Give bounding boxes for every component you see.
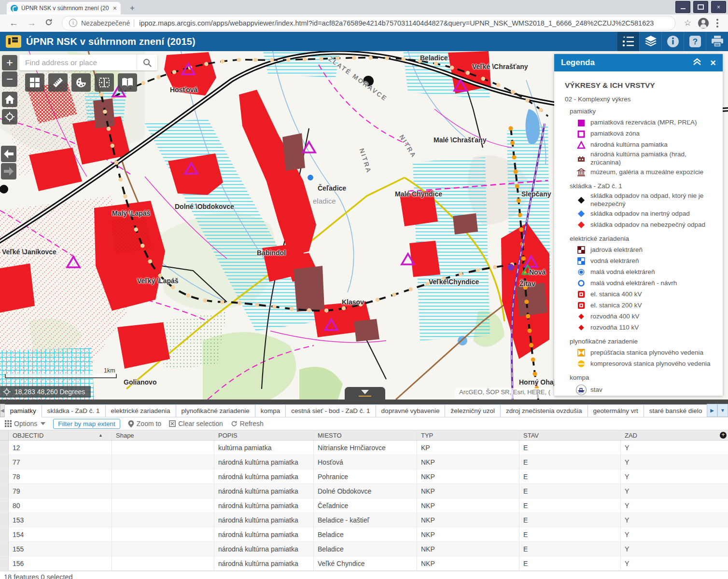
- table-tab[interactable]: železničný uzol: [445, 404, 501, 417]
- svg-text:?: ?: [692, 37, 697, 46]
- forward-button[interactable]: →: [27, 18, 36, 28]
- column-objectid[interactable]: OBJECTID▲: [9, 430, 112, 440]
- legend-header[interactable]: Legenda ×: [554, 54, 723, 71]
- station-200kv-icon: [576, 301, 586, 310]
- row-selector[interactable]: [0, 441, 9, 455]
- legend-group: plynofikačné zariadenie: [570, 338, 716, 345]
- row-selector[interactable]: [0, 484, 9, 498]
- table-row[interactable]: 78národná kultúrna pamiatkaPohraniceNKPE…: [0, 469, 728, 484]
- reload-button[interactable]: [45, 18, 53, 28]
- zoom-to-button[interactable]: Zoom to: [128, 420, 161, 427]
- address-bar[interactable]: i Nezabezpečené ippoz.maps.arcgis.com/ap…: [62, 16, 675, 30]
- swipe-button[interactable]: [95, 73, 114, 92]
- row-selector[interactable]: [0, 556, 9, 570]
- options-button[interactable]: Options: [5, 420, 45, 427]
- row-selector[interactable]: [0, 527, 9, 541]
- app-title: ÚPNR NSK v súhrnnom znení (2015): [26, 36, 196, 47]
- column-shape[interactable]: Shape: [112, 430, 214, 440]
- browser-tab[interactable]: ÚPNR NSK v súhrnnom znení (20 ×: [7, 2, 121, 14]
- search-icon[interactable]: [137, 55, 157, 70]
- collapse-icon[interactable]: [693, 58, 701, 68]
- filter-by-extent-button[interactable]: Filter by map extent: [53, 419, 120, 429]
- table-row[interactable]: 154národná kultúrna pamiatkaBeladiceNKPE…: [0, 527, 728, 542]
- table-row[interactable]: 77národná kultúrna pamiatkaHosťováNKPEY: [0, 455, 728, 469]
- close-icon[interactable]: ×: [710, 57, 716, 69]
- back-button[interactable]: ←: [9, 18, 18, 28]
- column-typ[interactable]: TYP: [417, 430, 519, 440]
- legend-widget-button[interactable]: [617, 32, 639, 51]
- table-toolbar: Options Filter by map extent Zoom to Cle…: [0, 417, 728, 430]
- table-row[interactable]: 153národná kultúrna pamiatkaBeladice - k…: [0, 513, 728, 527]
- home-button[interactable]: [2, 92, 17, 107]
- table-tab[interactable]: skládka - ZaD č. 1: [42, 404, 106, 417]
- table-tab[interactable]: geotermálny vrt: [588, 404, 644, 417]
- next-extent-button[interactable]: [1, 163, 16, 179]
- previous-extent-button[interactable]: [1, 146, 16, 162]
- row-selector[interactable]: [0, 469, 9, 483]
- draw-button[interactable]: [71, 73, 91, 92]
- layers-widget-button[interactable]: [639, 32, 661, 51]
- diamond-red-small-icon: [576, 312, 586, 321]
- new-tab-button[interactable]: +: [126, 3, 138, 14]
- window-close-button[interactable]: ×: [711, 1, 726, 13]
- zoom-in-button[interactable]: +: [2, 55, 17, 70]
- bookmark-star-icon[interactable]: ☆: [684, 18, 691, 28]
- profile-avatar[interactable]: [698, 18, 709, 28]
- row-selector[interactable]: [0, 498, 9, 512]
- url-text: ippoz.maps.arcgis.com/apps/webappviewer/…: [139, 19, 654, 27]
- row-selector[interactable]: [0, 542, 9, 556]
- add-column-icon[interactable]: +: [720, 432, 727, 439]
- page-info-icon[interactable]: i: [69, 19, 77, 27]
- column-zad[interactable]: ZAD: [621, 430, 728, 440]
- table-tab[interactable]: elektrické zariadenia: [105, 404, 176, 417]
- legend-item: el. stanica 200 kV: [576, 300, 716, 311]
- zoom-out-button[interactable]: −: [2, 71, 17, 87]
- tabs-scroll-right-button[interactable]: ▶: [707, 404, 717, 417]
- table-row[interactable]: 79národná kultúrna pamiatkaDolné Obdokov…: [0, 484, 728, 498]
- refresh-button[interactable]: Refresh: [231, 420, 264, 427]
- table-tab[interactable]: zdroj znečistenia ovzdušia: [500, 404, 588, 417]
- my-location-button[interactable]: [2, 109, 17, 124]
- browser-menu-icon[interactable]: [716, 19, 718, 28]
- help-widget-button[interactable]: ?: [684, 32, 706, 51]
- gas-compressor-station-icon: [576, 359, 586, 368]
- table-tab[interactable]: kompa: [255, 404, 286, 417]
- legend-layer-title: 02 - Komplexný výkres: [565, 96, 716, 103]
- print-widget-button[interactable]: [706, 32, 728, 51]
- table-status: 18 features 0 selected: [0, 571, 728, 579]
- table-tab[interactable]: staré banské dielo: [644, 404, 708, 417]
- legend-section-title: VÝKRESY & ICH VRSTVY: [565, 81, 716, 90]
- map-canvas[interactable]: Hosťová Čeľadice eladice Beladice Veľké …: [0, 51, 728, 400]
- legend-item: pamiatková rezervácia (MPR, PRĽA): [576, 117, 716, 128]
- table-tab[interactable]: dopravné vybavenie: [376, 404, 446, 417]
- tabs-list-button[interactable]: ▼: [717, 404, 728, 417]
- maximize-button[interactable]: [693, 1, 708, 13]
- minimize-button[interactable]: [675, 1, 690, 13]
- table-row[interactable]: 12kultúrna pamiatkaNitrianske Hrnčiarovc…: [0, 441, 728, 455]
- column-stav[interactable]: STAV: [519, 430, 621, 440]
- column-miesto[interactable]: MIESTO: [314, 430, 417, 440]
- table-row[interactable]: 156národná kultúrna pamiatkaVeľké Chyndi…: [0, 556, 728, 571]
- grid-header-row[interactable]: OBJECTID▲ Shape POPIS MIESTO TYP STAV ZA…: [0, 430, 728, 441]
- search-box[interactable]: [19, 55, 157, 70]
- info-widget-button[interactable]: [661, 32, 684, 51]
- row-selector[interactable]: [0, 513, 9, 527]
- table-tab[interactable]: plynofikačné zariadenie: [176, 404, 255, 417]
- column-popis[interactable]: POPIS: [214, 430, 314, 440]
- search-input[interactable]: [19, 58, 137, 67]
- attribute-table-toggle[interactable]: [345, 387, 385, 400]
- measure-button[interactable]: [48, 73, 68, 92]
- chevron-down-icon: [41, 422, 45, 425]
- row-selector[interactable]: [0, 455, 9, 469]
- clear-selection-button[interactable]: Clear selection: [169, 420, 223, 427]
- basemap-gallery-button[interactable]: [25, 73, 44, 92]
- scale-bar: 1km: [5, 367, 117, 378]
- legend-item: el. stanica 400 kV: [576, 289, 716, 300]
- table-tab[interactable]: pamiatky: [4, 404, 42, 417]
- table-row[interactable]: 80národná kultúrna pamiatkaČeľadniceNKPE…: [0, 498, 728, 513]
- table-tab[interactable]: cestná sieť - bod - ZaD č. 1: [285, 404, 376, 417]
- bookmark-button[interactable]: [118, 73, 137, 92]
- station-400kv-icon: [576, 290, 586, 299]
- table-row[interactable]: 155národná kultúrna pamiatkaBeladiceNKPE…: [0, 542, 728, 556]
- tab-close-icon[interactable]: ×: [113, 4, 117, 12]
